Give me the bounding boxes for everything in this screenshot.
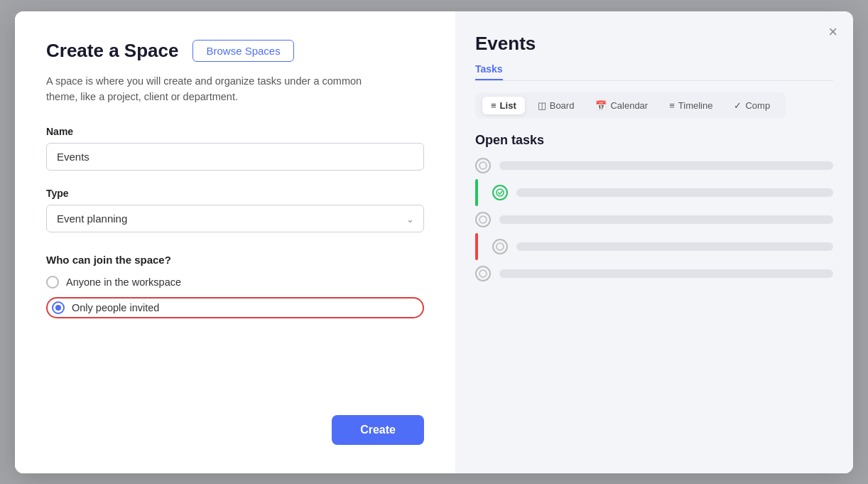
timeline-label: Timeline [678, 100, 713, 111]
description-text: A space is where you will create and org… [46, 73, 387, 105]
svg-point-1 [497, 189, 504, 196]
view-board-button[interactable]: ◫ Board [529, 97, 583, 114]
join-label: Who can join the space? [46, 254, 424, 266]
green-indicator [475, 179, 478, 206]
board-icon: ◫ [538, 100, 546, 111]
task-list [475, 158, 833, 281]
modal-title: Create a Space [46, 40, 178, 62]
radio-group: Anyone in the workspace Only people invi… [46, 276, 424, 318]
radio-anyone[interactable]: Anyone in the workspace [46, 276, 424, 289]
task-bar [516, 188, 833, 197]
view-bar: ≡ List ◫ Board 📅 Calendar ≡ Timeline ✓ [475, 92, 786, 119]
svg-point-4 [479, 270, 487, 277]
svg-point-3 [497, 243, 504, 250]
task-check-icon [475, 266, 491, 281]
task-bar [499, 269, 833, 278]
table-row [475, 179, 833, 206]
calendar-icon: 📅 [595, 100, 607, 111]
type-select[interactable]: Event planning Project Department Client [46, 205, 424, 232]
table-row [475, 266, 833, 281]
view-calendar-button[interactable]: 📅 Calendar [587, 97, 656, 114]
radio-anyone-label: Anyone in the workspace [66, 276, 181, 288]
type-label: Type [46, 188, 424, 199]
radio-circle-invited [52, 301, 65, 314]
type-select-wrapper: Event planning Project Department Client… [46, 205, 424, 232]
comp-label: Comp [745, 100, 770, 111]
calendar-label: Calendar [610, 100, 648, 111]
right-panel: × Events Tasks ≡ List ◫ Board 📅 Calendar [455, 11, 853, 473]
comp-icon: ✓ [734, 100, 742, 111]
task-check-icon [492, 185, 508, 200]
list-label: List [500, 100, 516, 111]
svg-point-2 [479, 216, 487, 223]
task-bar [516, 242, 833, 251]
task-bar [499, 215, 833, 224]
tab-tasks[interactable]: Tasks [475, 59, 503, 80]
view-timeline-button[interactable]: ≡ Timeline [661, 97, 721, 114]
table-row [475, 233, 833, 260]
create-button[interactable]: Create [332, 415, 424, 445]
modal-backdrop: Create a Space Browse Spaces A space is … [0, 0, 868, 484]
left-panel: Create a Space Browse Spaces A space is … [15, 11, 455, 473]
task-check-icon [475, 158, 491, 173]
task-bar [499, 161, 833, 170]
header-row: Create a Space Browse Spaces [46, 40, 424, 62]
open-tasks-title: Open tasks [475, 133, 833, 148]
name-label: Name [46, 126, 424, 137]
red-indicator [475, 233, 478, 260]
timeline-icon: ≡ [669, 100, 675, 111]
task-check-icon [475, 212, 491, 227]
svg-point-0 [479, 162, 487, 169]
list-icon: ≡ [491, 100, 497, 111]
view-comp-button[interactable]: ✓ Comp [725, 97, 779, 114]
create-space-modal: Create a Space Browse Spaces A space is … [15, 11, 853, 473]
table-row [475, 212, 833, 227]
table-row [475, 158, 833, 173]
view-list-button[interactable]: ≡ List [482, 97, 525, 114]
browse-spaces-button[interactable]: Browse Spaces [192, 40, 293, 62]
close-button[interactable]: × [828, 24, 837, 40]
preview-tab-bar: Tasks [475, 59, 833, 81]
radio-invited[interactable]: Only people invited [46, 297, 424, 318]
radio-circle-anyone [46, 276, 59, 289]
preview-title: Events [475, 33, 833, 55]
task-check-icon [492, 239, 508, 254]
board-label: Board [550, 100, 575, 111]
name-input[interactable] [46, 143, 424, 171]
radio-invited-label: Only people invited [72, 302, 159, 313]
